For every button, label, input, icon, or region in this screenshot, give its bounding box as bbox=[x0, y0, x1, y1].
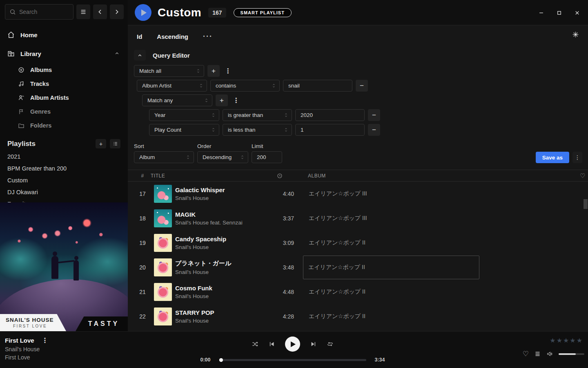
track-row[interactable]: 22 STARRY POP Snail's House 4:28 エイリアン☆ポ… bbox=[128, 304, 588, 329]
rule1-field-select[interactable]: Album Artist bbox=[137, 80, 207, 92]
limit-input[interactable] bbox=[252, 151, 282, 163]
rule1-operator-select[interactable]: contains bbox=[210, 80, 280, 92]
play-playlist-button[interactable] bbox=[135, 4, 151, 21]
rule3-remove-button[interactable]: − bbox=[368, 124, 380, 136]
group-add-rule-button[interactable]: + bbox=[216, 94, 228, 106]
shuffle-button[interactable] bbox=[252, 341, 258, 348]
rule2-operator-select[interactable]: is greater than bbox=[223, 109, 292, 121]
root-match-select[interactable]: Match all bbox=[134, 65, 204, 77]
track-row[interactable]: 17 Galactic Whisper Snail's House 4:40 エ… bbox=[128, 182, 588, 206]
seek-bar-knob[interactable] bbox=[219, 358, 223, 362]
track-album[interactable]: エイリアン☆ポップ III bbox=[308, 206, 479, 230]
star-icon[interactable]: ★ bbox=[550, 337, 555, 344]
sort-label: Sort bbox=[134, 143, 194, 149]
column-album[interactable]: ALBUM bbox=[308, 173, 479, 179]
rule3-operator-select[interactable]: is less than bbox=[223, 124, 292, 136]
sort-field-button[interactable]: Id bbox=[137, 33, 142, 40]
track-album-art bbox=[154, 234, 172, 252]
star-icon[interactable]: ★ bbox=[563, 337, 569, 344]
column-title[interactable]: TITLE bbox=[151, 173, 265, 179]
star-icon[interactable]: ★ bbox=[577, 337, 582, 344]
volume-slider-fill bbox=[559, 353, 576, 355]
group-menu-icon[interactable]: ⋮ bbox=[233, 96, 239, 104]
star-icon[interactable]: ★ bbox=[557, 337, 562, 344]
playlist-item-2021[interactable]: 2021 bbox=[0, 151, 128, 163]
rule3-field-select[interactable]: Play Count bbox=[149, 124, 219, 136]
track-row[interactable]: 18 MAGIK Snail's House feat. Sennzai 3:3… bbox=[128, 206, 588, 231]
column-duration[interactable] bbox=[265, 173, 294, 179]
query-more-button[interactable]: ⋮ bbox=[572, 152, 582, 163]
track-album-focused-cell[interactable]: エイリアン☆ポップ II bbox=[303, 256, 479, 279]
seek-bar[interactable] bbox=[219, 359, 366, 361]
track-row[interactable]: 20 プラネット・ガール Snail's House 3:48 エイリアン☆ポッ… bbox=[128, 255, 588, 280]
playlists-title: Playlists bbox=[7, 140, 92, 148]
play-pause-button[interactable] bbox=[285, 337, 300, 352]
sidebar-item-genres[interactable]: Genres bbox=[0, 105, 128, 119]
volume-slider[interactable] bbox=[559, 353, 584, 355]
settings-button[interactable] bbox=[572, 31, 579, 39]
column-favorite-heart-icon[interactable]: ♡ bbox=[570, 172, 588, 180]
track-album[interactable]: エイリアン☆ポップ III bbox=[308, 182, 479, 206]
now-playing-menu-icon[interactable]: ⋮ bbox=[42, 337, 48, 344]
rule2-remove-button[interactable]: − bbox=[368, 109, 380, 121]
sidebar-item-albums[interactable]: Albums bbox=[0, 63, 128, 77]
track-album[interactable]: エイリアン☆ポップ II bbox=[308, 280, 479, 304]
rule2-field-select[interactable]: Year bbox=[149, 109, 219, 121]
now-playing-album-art[interactable]: SNAIL'S HOUSE FIRST LOVE TASTY bbox=[0, 202, 128, 331]
group-match-select[interactable]: Match any bbox=[142, 94, 212, 106]
select-arrows-icon bbox=[211, 112, 216, 118]
add-rule-button[interactable]: + bbox=[207, 65, 220, 77]
repeat-button[interactable] bbox=[327, 341, 334, 348]
playlist-item-custom[interactable]: Custom bbox=[0, 175, 128, 186]
star-icon[interactable]: ★ bbox=[570, 337, 575, 344]
rule2-value-input[interactable] bbox=[295, 109, 365, 121]
query-editor-collapse-button[interactable] bbox=[134, 50, 146, 61]
scrollbar-thumb[interactable] bbox=[584, 199, 588, 209]
save-as-button[interactable]: Save as bbox=[536, 152, 569, 163]
more-options-icon[interactable]: ··· bbox=[203, 32, 213, 41]
track-album[interactable]: エイリアン☆ポップ II bbox=[308, 305, 479, 328]
rule3-operator-value: is less than bbox=[228, 127, 284, 133]
library-collapse-chevron[interactable] bbox=[114, 50, 120, 57]
close-button[interactable] bbox=[571, 7, 583, 19]
sidebar-item-home[interactable]: Home bbox=[0, 25, 128, 44]
sidebar-item-tracks[interactable]: Tracks bbox=[0, 77, 128, 91]
sort-select[interactable]: Album bbox=[134, 151, 194, 163]
add-playlist-button[interactable]: + bbox=[96, 139, 106, 148]
minimize-button[interactable] bbox=[535, 7, 547, 19]
rule1-value-input[interactable] bbox=[283, 80, 352, 92]
root-match-value: Match all bbox=[139, 68, 196, 74]
previous-button[interactable] bbox=[268, 341, 275, 348]
search-input[interactable]: Search bbox=[5, 4, 74, 20]
queue-button[interactable] bbox=[534, 350, 541, 357]
track-artist: Snail's House bbox=[175, 195, 265, 201]
sort-order-button[interactable]: Ascending bbox=[157, 33, 188, 40]
playlist-item-dj-okawari[interactable]: DJ Okawari bbox=[0, 186, 128, 198]
rule-group-menu-icon[interactable]: ⋮ bbox=[225, 67, 231, 75]
rule3-value-input[interactable] bbox=[295, 124, 365, 136]
nav-back-button[interactable] bbox=[93, 4, 107, 19]
track-row[interactable]: 21 Cosmo Funk Snail's House 4:48 エイリアン☆ポ… bbox=[128, 280, 588, 304]
sidebar-item-album-artists[interactable]: Album Artists bbox=[0, 91, 128, 105]
now-playing-title[interactable]: First Love bbox=[5, 337, 34, 344]
playlist-list-button[interactable] bbox=[110, 139, 120, 148]
total-time: 3:34 bbox=[371, 357, 385, 363]
track-album[interactable]: エイリアン☆ポップ II bbox=[308, 231, 479, 255]
sidebar-item-library[interactable]: Library bbox=[0, 44, 128, 63]
rule1-remove-button[interactable]: − bbox=[356, 80, 368, 92]
order-select[interactable]: Descending bbox=[197, 151, 248, 163]
nav-forward-button[interactable] bbox=[110, 4, 124, 19]
elapsed-time: 0:00 bbox=[200, 357, 214, 363]
now-playing-artist[interactable]: Snail's House bbox=[5, 346, 128, 352]
sidebar-item-folders[interactable]: Folders bbox=[0, 119, 128, 132]
track-row[interactable]: 19 Candy Spaceship Snail's House 3:09 エイ… bbox=[128, 231, 588, 255]
favorite-button[interactable]: ♡ bbox=[523, 350, 529, 358]
column-index[interactable]: # bbox=[134, 173, 151, 179]
volume-button[interactable] bbox=[546, 350, 553, 357]
maximize-button[interactable] bbox=[553, 7, 565, 19]
now-playing-album[interactable]: First Love bbox=[5, 354, 128, 361]
playlist-item-bpm[interactable]: BPM Greater than 200 bbox=[0, 163, 128, 175]
menu-button[interactable] bbox=[76, 4, 90, 19]
track-table: # TITLE ALBUM ♡ 17 Galactic Whisper Snai… bbox=[128, 170, 588, 329]
next-button[interactable] bbox=[310, 341, 317, 348]
